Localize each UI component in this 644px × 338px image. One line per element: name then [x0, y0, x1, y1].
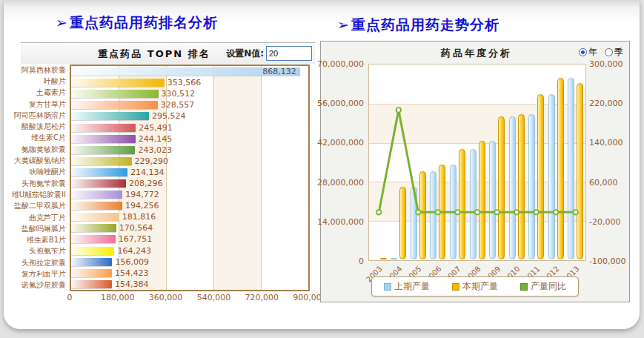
- x-axis-tick: 0: [67, 293, 73, 302]
- rank-bar: [71, 90, 159, 98]
- rank-bar: [71, 135, 136, 143]
- rank-bar: [71, 258, 112, 266]
- table-row: 208,296: [71, 178, 308, 189]
- bar-value-label: 156,009: [115, 257, 149, 267]
- bar-value-label: 167,751: [119, 234, 153, 244]
- bar-value-label: 868,132: [262, 67, 296, 76]
- trend-chart-title: 药品年度分析: [388, 47, 565, 60]
- trend-line-svg: [369, 64, 585, 260]
- bar-value-label: 154,384: [115, 279, 149, 289]
- table-row: 167,751: [71, 233, 308, 245]
- bar-value-label: 229,290: [135, 156, 169, 166]
- radio-year-icon[interactable]: [579, 48, 587, 56]
- rank-bar: [71, 112, 149, 120]
- x-axis-tick: 540,000: [197, 293, 231, 302]
- bar-value-label: 154,423: [115, 268, 149, 278]
- table-row: 194,256: [71, 200, 308, 211]
- legend-item: 本期产量: [452, 280, 498, 293]
- yoy-point: [574, 210, 578, 214]
- table-row: 353,566: [71, 77, 308, 88]
- category-label: 曲克芦丁片: [21, 212, 68, 223]
- rank-bar: [71, 224, 116, 232]
- trend-section-title: ➢重点药品用药走势分析: [337, 16, 499, 35]
- right-axis-tick: 300,000: [589, 59, 623, 69]
- yoy-point: [396, 107, 401, 112]
- legend-label: 本期产量: [462, 280, 498, 293]
- trend-left-axis: 014,000,00028,000,00042,000,00056,000,00…: [321, 64, 366, 261]
- legend-swatch-icon: [384, 283, 391, 291]
- yoy-point: [455, 210, 459, 214]
- yoy-point: [376, 210, 381, 214]
- table-row: 154,423: [71, 268, 308, 279]
- legend-swatch-icon: [520, 283, 528, 291]
- category-label: 维U颠茄铝胶囊II: [21, 189, 68, 200]
- category-label: 复方甘草片: [21, 99, 68, 110]
- trend-legend: 上期产量本期产量产量同比: [371, 276, 579, 296]
- trend-plot-area: [368, 64, 586, 261]
- rank-bar: [71, 157, 132, 165]
- right-axis-tick: -20,000: [589, 216, 620, 226]
- table-row: 156,009: [71, 256, 308, 268]
- category-label: 盐酸二甲双胍片: [21, 201, 68, 212]
- category-label: 土霉素片: [21, 87, 68, 99]
- left-axis-tick: 28,000,000: [317, 177, 364, 187]
- right-axis-tick: 140,000: [589, 138, 623, 148]
- legend-item: 上期产量: [384, 280, 430, 293]
- table-row: 170,564: [71, 222, 308, 233]
- table-row: 243,023: [71, 145, 308, 156]
- topn-x-axis: 0180,000360,000540,000720,000900,000: [70, 293, 310, 303]
- period-radio-group: 年 季: [579, 46, 623, 59]
- ranking-section-title: ➢重点药品用药排名分析: [56, 13, 218, 33]
- n-value-input[interactable]: [266, 46, 312, 61]
- rank-bar: [71, 101, 158, 109]
- bar-value-label: 328,557: [161, 100, 195, 110]
- table-row: 245,491: [71, 122, 308, 133]
- radio-quarter[interactable]: 季: [605, 46, 623, 59]
- bar-value-label: 181,816: [122, 212, 156, 222]
- rank-bar: [71, 247, 114, 255]
- table-row: 330,512: [71, 88, 308, 99]
- yoy-line: [379, 110, 575, 212]
- rank-bar: [71, 269, 112, 277]
- category-label: 阿莫西林胶囊: [21, 64, 68, 76]
- rank-bar: [71, 235, 116, 243]
- bar-value-label: 164,243: [117, 246, 151, 256]
- bar-value-label: 243,023: [138, 145, 172, 155]
- set-n-label: 设置N值:: [226, 47, 264, 60]
- table-row: 868,132: [71, 66, 308, 77]
- bar-value-label: 330,512: [162, 89, 196, 99]
- left-axis-tick: 14,000,000: [317, 216, 364, 226]
- bar-value-label: 353,566: [167, 78, 202, 87]
- yoy-point: [514, 210, 519, 214]
- legend-label: 产量同比: [531, 280, 566, 293]
- topn-chart-title: 重点药品 TOPN 排名: [65, 47, 243, 61]
- table-row: 328,557: [71, 99, 308, 110]
- category-label: 氨咖黄敏胶囊: [21, 144, 68, 155]
- arrow-icon: ➢: [56, 14, 68, 30]
- left-axis-tick: 70,000,000: [317, 59, 364, 69]
- category-label: 阿司匹林肠溶片: [21, 110, 68, 121]
- right-axis-tick: 220,000: [589, 99, 623, 108]
- bar-value-label: 208,296: [129, 179, 163, 188]
- table-row: 181,816: [71, 211, 308, 222]
- trend-right-axis: -100,000-20,00060,000140,000220,000300,0…: [589, 64, 631, 261]
- bar-value-label: 295,524: [152, 111, 186, 121]
- legend-swatch-icon: [452, 283, 459, 291]
- yoy-point: [554, 210, 558, 214]
- topn-rows: 868,132353,566330,512328,557295,524245,4…: [71, 66, 308, 290]
- category-label: 复方利血平片: [21, 268, 68, 279]
- category-label: 呋喃唑酮片: [21, 167, 68, 178]
- category-label: 叶酸片: [21, 76, 68, 87]
- yoy-point: [475, 210, 479, 214]
- bar-value-label: 245,491: [139, 123, 173, 133]
- table-row: 229,290: [71, 156, 308, 167]
- bar-value-label: 170,564: [119, 223, 153, 233]
- dashboard: ➢重点药品用药排名分析 ➢重点药品用药走势分析 重点药品 TOPN 排名 设置N…: [0, 0, 644, 338]
- category-label: 盐酸吗啉胍片: [21, 223, 68, 234]
- category-label: 大黄碳酸氢钠片: [21, 155, 68, 166]
- left-axis-tick: 56,000,000: [317, 99, 364, 108]
- radio-year[interactable]: 年: [579, 46, 597, 59]
- rank-bar: [71, 202, 122, 210]
- radio-quarter-icon[interactable]: [605, 48, 613, 56]
- bar-value-label: 194,772: [125, 190, 159, 199]
